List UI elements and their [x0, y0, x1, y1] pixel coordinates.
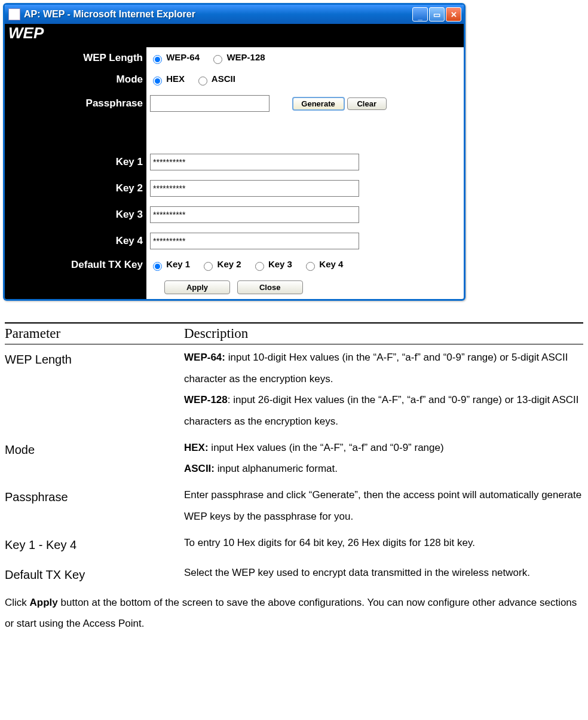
option-tx-key2[interactable]: Key 2 — [218, 259, 241, 269]
window-buttons: _ ▭ ✕ — [412, 7, 461, 22]
close-window-button[interactable]: ✕ — [446, 7, 461, 22]
titlebar[interactable]: AP: WEP - Microsoft Internet Explorer _ … — [5, 5, 464, 24]
radio-wep128[interactable] — [213, 55, 222, 64]
desc-keys: To entry 10 Hex digits for 64 bit key, 2… — [184, 530, 583, 560]
param-passphrase: Passphrase — [5, 482, 184, 529]
option-tx-key1[interactable]: Key 1 — [166, 259, 190, 269]
generate-button[interactable]: Generate — [292, 97, 345, 111]
page-title: WEP — [5, 24, 464, 47]
desc-wep-length: WEP-64: input 10-digit Hex values (in th… — [184, 344, 583, 435]
wep-form: WEP WEP Length WEP-64 WEP-128 Mode HEX A… — [5, 24, 464, 299]
option-tx-key4[interactable]: Key 4 — [319, 259, 343, 269]
desc-default-tx: Select the WEP key used to encrypt data … — [184, 560, 583, 590]
param-keys: Key 1 - Key 4 — [5, 530, 184, 560]
header-parameter: Parameter — [5, 323, 184, 344]
radio-hex[interactable] — [153, 77, 162, 86]
param-default-tx: Default TX Key — [5, 560, 184, 590]
option-ascii[interactable]: ASCII — [212, 74, 235, 84]
header-description: Description — [184, 323, 583, 344]
description-section: Parameter Description WEP Length WEP-64:… — [5, 322, 583, 590]
key1-input[interactable] — [150, 154, 359, 170]
option-wep128[interactable]: WEP-128 — [226, 52, 265, 62]
label-key3: Key 3 — [5, 202, 146, 228]
option-hex[interactable]: HEX — [166, 74, 185, 84]
content-area: WEP WEP Length WEP-64 WEP-128 Mode HEX A… — [5, 24, 464, 299]
radio-ascii[interactable] — [198, 77, 207, 86]
maximize-button[interactable]: ▭ — [429, 7, 445, 22]
apply-button[interactable]: Apply — [164, 280, 230, 294]
minimize-button[interactable]: _ — [412, 7, 428, 22]
radio-wep64[interactable] — [153, 55, 162, 64]
passphrase-input[interactable] — [150, 95, 270, 112]
key4-input[interactable] — [150, 233, 359, 249]
option-tx-key3[interactable]: Key 3 — [268, 259, 292, 269]
radio-tx-key2[interactable] — [204, 262, 213, 271]
option-wep64[interactable]: WEP-64 — [166, 52, 200, 62]
label-key1: Key 1 — [5, 149, 146, 175]
radio-tx-key4[interactable] — [306, 262, 315, 271]
description-table: Parameter Description WEP Length WEP-64:… — [5, 322, 583, 590]
window-title: AP: WEP - Microsoft Internet Explorer — [24, 9, 195, 20]
label-passphrase: Passphrase — [5, 90, 146, 117]
key2-input[interactable] — [150, 180, 359, 197]
label-default-tx: Default TX Key — [5, 254, 146, 276]
app-icon — [8, 8, 20, 20]
clear-button[interactable]: Clear — [347, 97, 387, 110]
desc-mode: HEX: input Hex values (in the “A-F”, “a-… — [184, 435, 583, 482]
key3-input[interactable] — [150, 206, 359, 223]
ie-window: AP: WEP - Microsoft Internet Explorer _ … — [3, 3, 466, 301]
radio-tx-key3[interactable] — [255, 262, 264, 271]
param-wep-length: WEP Length — [5, 344, 184, 435]
label-key4: Key 4 — [5, 228, 146, 254]
label-key2: Key 2 — [5, 175, 146, 202]
label-wep-length: WEP Length — [5, 47, 146, 69]
param-mode: Mode — [5, 435, 184, 482]
label-mode: Mode — [5, 69, 146, 90]
radio-tx-key1[interactable] — [153, 262, 162, 271]
footnote: Click Apply button at the bottom of the … — [0, 592, 588, 634]
close-button[interactable]: Close — [237, 280, 303, 294]
desc-passphrase: Enter passphrase and click “Generate”, t… — [184, 482, 583, 529]
